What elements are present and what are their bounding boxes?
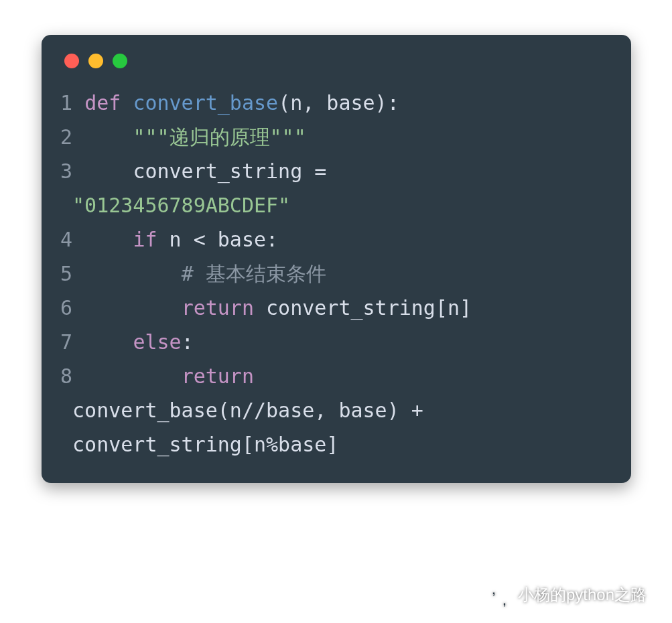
close-icon[interactable] [64,54,79,68]
window-titlebar [60,54,612,68]
wechat-icon: , , [484,581,511,608]
code-token: def [84,91,133,115]
zoom-icon[interactable] [113,54,127,68]
line-number: 1 [60,91,84,115]
line-number: 4 [60,228,84,251]
code-token: convert_string = [133,159,338,183]
code-token: convert_string[n] [254,296,472,320]
line-number: 7 [60,330,84,354]
code-line: 5 # 基本结束条件 [60,257,612,291]
code-line-continuation: convert_string[n%base] [60,427,612,462]
code-token: else [133,330,181,354]
code-line: 4 if n < base: [60,222,612,257]
line-number: 2 [60,125,84,149]
code-token [254,364,266,388]
watermark-text: 小杨的python之路 [518,584,647,606]
line-number: 8 [60,364,84,388]
code-token: if [133,228,157,251]
line-number: 3 [60,159,84,183]
code-token: convert_base [133,91,278,115]
code-token: "0123456789ABCDEF" [72,194,290,217]
code-line-continuation: "0123456789ABCDEF" [60,188,612,222]
code-line: 6 return convert_string[n] [60,291,612,325]
code-token: : [182,330,194,354]
code-token: (n, base): [278,91,399,115]
code-token: return [182,296,254,320]
line-number: 6 [60,296,84,320]
code-token: return [182,364,254,388]
watermark: , , 小杨的python之路 [484,581,647,608]
code-line: 2 """递归的原理""" [60,120,612,154]
code-token: # 基本结束条件 [182,262,326,285]
code-line: 7 else: [60,325,612,359]
code-line: 8 return [60,359,612,393]
minimize-icon[interactable] [88,54,103,68]
code-token: """递归的原理""" [133,125,306,149]
line-number: 5 [60,262,84,285]
code-token: convert_base(n//base, base) + [72,399,435,422]
code-line-continuation: convert_base(n//base, base) + [60,393,612,427]
code-line: 3 convert_string = [60,154,612,188]
code-line: 1 def convert_base(n, base): [60,86,612,120]
code-token: n < base: [157,228,279,251]
code-block: 1 def convert_base(n, base):2 """递归的原理""… [60,86,612,462]
code-window: 1 def convert_base(n, base):2 """递归的原理""… [42,35,631,483]
code-token: convert_string[n%base] [72,433,338,456]
